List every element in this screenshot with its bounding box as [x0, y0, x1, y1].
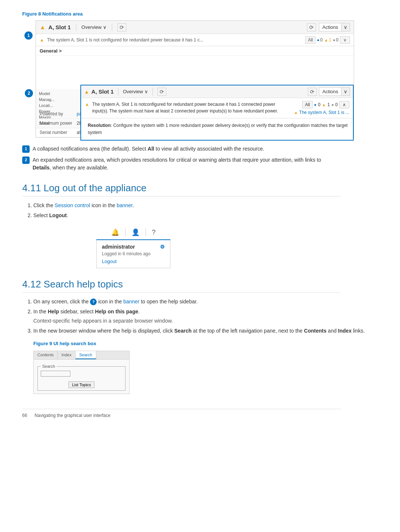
gear-icon[interactable]: ⚙	[160, 244, 165, 250]
session-popup-illustration: 🔔 👤 ? administrator ⚙ Logged in 6 minute…	[96, 225, 170, 268]
user-icon[interactable]: 👤	[131, 228, 140, 236]
exp-slot-link[interactable]: ▲ The system A, Slot 1 is ...	[294, 110, 349, 115]
exp-sep2	[153, 88, 153, 95]
footer-chapter-text: Navigating the graphical user interface	[34, 413, 110, 418]
warning-triangle-icon: ▲	[40, 24, 46, 31]
alert-text: The system A, Slot 1 is not configured f…	[47, 37, 303, 43]
session-username: administrator	[102, 244, 135, 250]
separator	[76, 24, 76, 31]
expanded-alert-row: ▲ The system A, Slot 1 is notconfigured …	[81, 98, 353, 118]
session-time: Logged in 6 minutes ago	[102, 251, 165, 256]
logout-link[interactable]: Logout	[102, 259, 165, 264]
expanded-area: Model Manag... Locati... Power... Maxim.…	[36, 56, 354, 137]
notifications-area: ▲ A, Slot 1 Overview ∨ ⟳ ⟳ Actions ∨ ▲ T…	[36, 20, 354, 138]
list-topics-button[interactable]: List Topics	[69, 381, 94, 388]
exp-collapse-arrow[interactable]: ∧	[339, 101, 349, 108]
actions-arrow-icon: ∨	[341, 23, 350, 31]
exp-gray-icon: ●	[331, 102, 334, 107]
overview-dropdown[interactable]: Overview ∨	[81, 24, 107, 30]
callout-1: 1	[24, 31, 33, 40]
bell-icon[interactable]: 🔔	[111, 228, 119, 236]
expanded-badges: All ● 0 ▲ 1 ● 0 ∧ ▲ The system A, Slot 1…	[283, 101, 349, 115]
session-icons-row: 🔔 👤 ?	[96, 225, 170, 240]
page-footer: 66 Navigating the graphical user interfa…	[22, 409, 341, 418]
exp-overview[interactable]: Overview ∨	[123, 89, 148, 94]
exp-gray-val: 0	[335, 102, 338, 107]
exp-warn-icon: ▲	[322, 102, 326, 107]
exp-refresh[interactable]: ⟳	[157, 88, 166, 96]
figure9-label: Figure 9 UI help search box	[33, 341, 378, 346]
slot-title: A, Slot 1	[49, 24, 71, 30]
figure9-illustration: Contents Index Search Search List Topics	[33, 351, 130, 394]
expand-arrow[interactable]: ∨	[340, 36, 350, 44]
exp-actions-button[interactable]: Actions ∨	[319, 87, 350, 96]
session-control-link: Session control	[55, 202, 90, 208]
help-q-icon: ?	[90, 299, 97, 305]
general-row: General >	[36, 46, 354, 56]
zero-badge: ● 0	[317, 37, 323, 43]
exp-zero-val: 0	[318, 102, 320, 107]
exp-badges-row: All ● 0 ▲ 1 ● 0 ∧	[302, 101, 349, 108]
footer-page-number: 66	[22, 413, 27, 418]
alert-icon: ▲	[40, 37, 44, 43]
figure9-tabs: Contents Index Search	[34, 351, 129, 360]
expanded-alert-text: The system A, Slot 1 is notconfigured fo…	[92, 101, 280, 114]
desc-text-1: A collapsed notifications area (the defa…	[33, 145, 341, 153]
resolution-text: Resolution: Configure the system with 1 …	[81, 118, 353, 140]
separator2	[112, 24, 112, 31]
exp-warning-icon: ▲	[84, 89, 89, 95]
section-412-steps: On any screen, click the ? icon in the b…	[33, 298, 378, 335]
step-412-1: On any screen, click the ? icon in the b…	[33, 298, 378, 306]
desc-item-1: 1 A collapsed notifications area (the de…	[22, 145, 341, 153]
search-input[interactable]	[41, 371, 70, 377]
tab-contents[interactable]: Contents	[34, 351, 58, 359]
figure8-label: Figure 8 Notifications area	[22, 11, 378, 17]
icon-sep2	[146, 228, 146, 236]
desc-text-2: An expanded notifications area, which pr…	[33, 156, 341, 172]
banner-link: banner	[117, 202, 133, 208]
search-fieldset: Search List Topics	[37, 364, 126, 391]
section-411-steps: Click the Session control icon in the ba…	[33, 202, 378, 219]
tab-search[interactable]: Search	[76, 351, 96, 359]
alert-badges: All ● 0 ▲ 1 ● 0 ∨	[305, 36, 350, 44]
top-bar: ▲ A, Slot 1 Overview ∨ ⟳ ⟳ Actions ∨	[36, 21, 354, 34]
section-412-heading: 4.12 Search help topics	[22, 279, 341, 293]
figure8-descriptions: 1 A collapsed notifications area (the de…	[22, 145, 341, 172]
step-412-2: In the Help sidebar, select Help on this…	[33, 308, 378, 325]
exp-all-badge[interactable]: All	[302, 101, 312, 108]
exp-zero-icon: ●	[314, 102, 317, 107]
icon-sep	[125, 228, 126, 236]
exp-warn-val: 1	[327, 102, 330, 107]
help-icon[interactable]: ?	[152, 229, 156, 236]
exp-refresh2[interactable]: ⟳	[308, 88, 317, 96]
one-badge: ▲ 1	[324, 37, 331, 43]
exp-alert-icon: ▲	[85, 102, 89, 107]
zero2-badge: ● 0	[333, 37, 339, 43]
callout-2: 2	[25, 89, 33, 97]
step-412-3: In the new browser window where the help…	[33, 327, 378, 335]
section-411-heading: 4.11 Log out of the appliance	[22, 182, 341, 196]
tab-index[interactable]: Index	[58, 351, 76, 359]
actions-button[interactable]: Actions ∨	[319, 23, 350, 31]
all-badge[interactable]: All	[305, 36, 315, 44]
banner-link-412: banner	[123, 299, 140, 304]
search-legend: Search	[41, 364, 57, 368]
exp-sep	[118, 88, 119, 95]
session-username-row: administrator ⚙	[102, 244, 165, 250]
desc-item-2: 2 An expanded notifications area, which …	[22, 156, 341, 172]
step-412-2-note: Context-specific help appears in a separ…	[33, 317, 378, 325]
expanded-overlay: ▲ A, Slot 1 Overview ∨ ⟳ ⟳ Actions ∨ ▲	[80, 85, 354, 141]
refresh-icon-right[interactable]: ⟳	[307, 23, 316, 31]
session-dropdown: administrator ⚙ Logged in 6 minutes ago …	[96, 240, 170, 268]
exp-slot-title: A, Slot 1	[91, 88, 114, 95]
alert-row-collapsed: ▲ The system A, Slot 1 is not configured…	[36, 34, 354, 46]
step-411-1: Click the Session control icon in the ba…	[33, 202, 378, 209]
step-411-2: Select Logout.	[33, 212, 378, 219]
exp-actions-arrow: ∨	[341, 88, 350, 95]
expanded-top-bar: ▲ A, Slot 1 Overview ∨ ⟳ ⟳ Actions ∨	[81, 85, 353, 98]
figure9-body: Search List Topics	[34, 360, 129, 394]
refresh-icon[interactable]: ⟳	[117, 23, 126, 31]
